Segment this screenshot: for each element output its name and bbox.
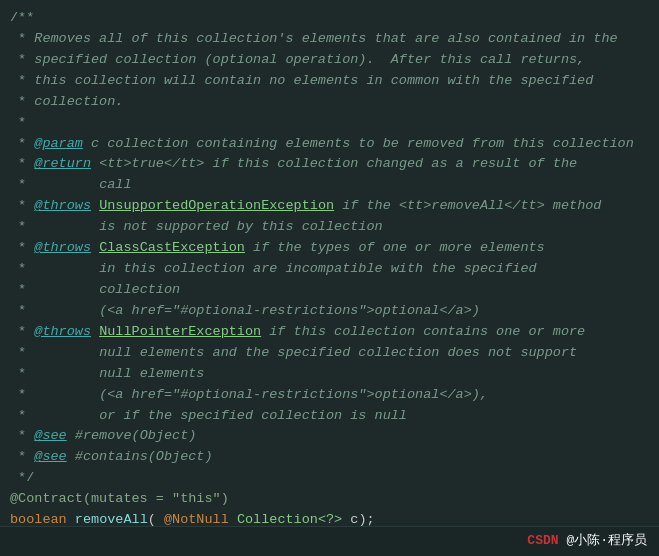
- comment-body: * @throws UnsupportedOperationException …: [10, 196, 601, 217]
- comment-body: * call: [10, 175, 132, 196]
- comment-body: * collection.: [10, 92, 123, 113]
- code-line-12: * @throws ClassCastException if the type…: [10, 238, 649, 259]
- comment-body: * collection: [10, 280, 180, 301]
- code-line-11: * is not supported by this collection: [10, 217, 649, 238]
- comment-body: *: [10, 113, 26, 134]
- comment-body: * in this collection are incompatible wi…: [10, 259, 537, 280]
- comment-body: * or if the specified collection is null: [10, 406, 407, 427]
- code-line-17: * null elements and the specified collec…: [10, 343, 649, 364]
- annotation-contract: @Contract(mutates = "this"): [10, 489, 229, 510]
- comment-start: /**: [10, 8, 34, 29]
- comment-body: * null elements: [10, 364, 204, 385]
- code-line-8: * @return <tt>true</tt> if this collecti…: [10, 154, 649, 175]
- footer-bar: CSDN @小陈·程序员: [0, 526, 659, 556]
- code-line-22: * @see #contains(Object): [10, 447, 649, 468]
- author-name: @小陈·程序员: [566, 533, 647, 548]
- code-line-6: *: [10, 113, 649, 134]
- brand-name: CSDN: [527, 533, 558, 548]
- code-line-9: * call: [10, 175, 649, 196]
- code-line-16: * @throws NullPointerException if this c…: [10, 322, 649, 343]
- code-line-1: /**: [10, 8, 649, 29]
- comment-body: * @see #contains(Object): [10, 447, 213, 468]
- comment-body: * this collection will contain no elemen…: [10, 71, 593, 92]
- comment-body: * @return <tt>true</tt> if this collecti…: [10, 154, 577, 175]
- code-line-13: * in this collection are incompatible wi…: [10, 259, 649, 280]
- comment-body: * (<a href="#optional-restrictions">opti…: [10, 385, 488, 406]
- comment-body: * (<a href="#optional-restrictions">opti…: [10, 301, 480, 322]
- comment-body: * is not supported by this collection: [10, 217, 383, 238]
- code-line-10: * @throws UnsupportedOperationException …: [10, 196, 649, 217]
- comment-body: * @see #remove(Object): [10, 426, 196, 447]
- comment-body: * null elements and the specified collec…: [10, 343, 577, 364]
- comment-body: * @throws ClassCastException if the type…: [10, 238, 545, 259]
- code-line-15: * (<a href="#optional-restrictions">opti…: [10, 301, 649, 322]
- code-line-5: * collection.: [10, 92, 649, 113]
- code-line-19: * (<a href="#optional-restrictions">opti…: [10, 385, 649, 406]
- footer-label: CSDN @小陈·程序员: [527, 531, 647, 551]
- code-line-4: * this collection will contain no elemen…: [10, 71, 649, 92]
- comment-end: */: [10, 468, 34, 489]
- code-line-21: * @see #remove(Object): [10, 426, 649, 447]
- code-line-18: * null elements: [10, 364, 649, 385]
- code-editor: /** * Removes all of this collection's e…: [0, 0, 659, 556]
- code-line-24: @Contract(mutates = "this"): [10, 489, 649, 510]
- comment-body: * Removes all of this collection's eleme…: [10, 29, 618, 50]
- code-line-14: * collection: [10, 280, 649, 301]
- code-line-20: * or if the specified collection is null: [10, 406, 649, 427]
- comment-body: * @throws NullPointerException if this c…: [10, 322, 585, 343]
- code-line-7: * @param c collection containing element…: [10, 134, 649, 155]
- comment-body: * @param c collection containing element…: [10, 134, 634, 155]
- code-line-2: * Removes all of this collection's eleme…: [10, 29, 649, 50]
- code-line-3: * specified collection (optional operati…: [10, 50, 649, 71]
- comment-body: * specified collection (optional operati…: [10, 50, 585, 71]
- code-line-23: */: [10, 468, 649, 489]
